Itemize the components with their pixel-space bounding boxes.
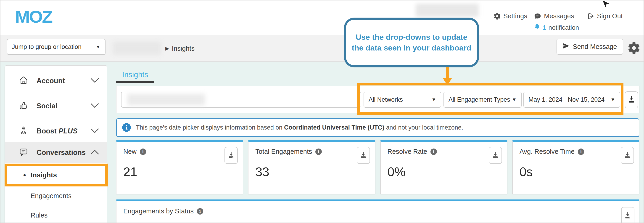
moz-logo[interactable]: MOZ: [15, 7, 52, 27]
settings-link[interactable]: Settings: [494, 12, 527, 20]
notification-count: 1: [542, 24, 546, 31]
sidebar-item-label: Social: [36, 102, 57, 110]
stat-value: 0%: [388, 164, 500, 179]
active-tab-underline: [116, 81, 154, 83]
download-icon: [624, 211, 632, 220]
sidebar-item-label: Insights: [30, 171, 57, 179]
notification-label: notification: [548, 24, 579, 31]
network-filter-value: All Networks: [368, 96, 403, 103]
send-message-button[interactable]: Send Message: [556, 38, 623, 54]
breadcrumb-arrow-icon: ▶: [165, 46, 169, 51]
info-icon[interactable]: i: [197, 208, 203, 214]
active-bullet-icon: ●: [23, 172, 26, 178]
moz-dashboard: MOZ Settings Messages Sign Out 1: [0, 0, 644, 223]
redacted-username: [416, 4, 479, 17]
stat-title: Resolve Rate i: [388, 148, 500, 155]
breadcrumb-current: Insights: [172, 45, 194, 52]
jump-to-group-select[interactable]: Jump to group or location ▼: [7, 39, 106, 55]
filters-panel: All Networks ▼ All Engagement Types ▼ Ma…: [116, 86, 640, 113]
redacted-filter-value: [128, 94, 205, 105]
sidebar-item-rules[interactable]: Rules: [5, 208, 107, 222]
sidebar-item-label: Rules: [30, 212, 48, 219]
home-icon: [19, 76, 28, 86]
chevron-down-icon: [90, 103, 99, 109]
sidebar-item-engagements[interactable]: Engagements: [5, 189, 107, 203]
page-settings-gear-icon[interactable]: [628, 42, 640, 55]
jump-to-group-label: Jump to group or location: [12, 44, 82, 50]
sidebar-item-insights[interactable]: ● Insights: [4, 164, 108, 186]
date-range-select[interactable]: May 1, 2024 - Nov 15, 2024 ▼: [524, 92, 620, 108]
download-button[interactable]: [625, 92, 638, 108]
stat-value: 33: [255, 164, 368, 179]
bell-icon: [534, 23, 540, 32]
stat-title: Total Engagements i: [255, 148, 368, 155]
sidebar-item-boost[interactable]: Boost PLUS: [5, 121, 107, 142]
info-icon: i: [122, 123, 131, 132]
engagement-type-filter-value: All Engagement Types: [448, 96, 510, 103]
download-button[interactable]: [621, 207, 634, 223]
download-icon: [492, 151, 499, 160]
messages-link[interactable]: Messages: [534, 12, 574, 20]
sidebar-item-label: Engagements: [30, 192, 72, 200]
engagement-type-filter-select[interactable]: All Engagement Types ▼: [444, 92, 522, 108]
notification-link[interactable]: 1 notification: [534, 23, 579, 32]
date-range-value: May 1, 2024 - Nov 15, 2024: [528, 96, 604, 103]
settings-label: Settings: [503, 12, 527, 20]
annotation-callout: Use the drop-downs to update the data se…: [344, 18, 479, 68]
stat-title: Avg. Resolve Time i: [520, 148, 632, 155]
annotation-arrow: [446, 67, 449, 78]
info-icon[interactable]: i: [430, 148, 437, 155]
gear-icon: [494, 13, 500, 20]
sign-out-label: Sign Out: [597, 12, 623, 20]
download-button[interactable]: [621, 147, 634, 164]
sign-out-icon: [587, 13, 594, 20]
stat-title-label: Avg. Resolve Time: [520, 148, 574, 155]
chevron-down-icon: ▼: [96, 44, 100, 50]
section-title: Engagements by Status i: [123, 208, 632, 215]
info-icon[interactable]: i: [140, 148, 146, 155]
chevron-down-icon: [90, 128, 99, 134]
sidebar-item-social[interactable]: Social: [5, 96, 107, 116]
stat-title: New i: [123, 148, 236, 155]
section-title-label: Engagements by Status: [123, 208, 194, 215]
download-button[interactable]: [357, 147, 370, 164]
chevron-down-icon: ▼: [432, 97, 436, 102]
sidebar-item-conversations[interactable]: Conversations: [5, 142, 107, 163]
sidebar-item-account[interactable]: Account: [5, 70, 107, 91]
sidebar-item-label: Conversations: [36, 148, 86, 157]
chat-bubble-icon: [19, 147, 28, 158]
stat-card-avg-resolve-time: Avg. Resolve Time i 0s: [512, 140, 640, 194]
download-button[interactable]: [489, 147, 502, 164]
download-icon: [228, 151, 234, 160]
utc-notice-text: This page's date picker displays informa…: [136, 124, 463, 131]
network-filter-select[interactable]: All Networks ▼: [364, 92, 441, 108]
stat-title-label: Resolve Rate: [388, 148, 427, 155]
sidebar-item-label: Account: [36, 77, 65, 85]
sign-out-link[interactable]: Sign Out: [587, 12, 623, 20]
stat-card-new: New i 21: [116, 140, 243, 194]
send-message-label: Send Message: [573, 43, 617, 50]
stat-card-resolve-rate: Resolve Rate i 0%: [380, 140, 508, 194]
download-icon: [360, 151, 367, 160]
chevron-down-icon: ▼: [512, 97, 516, 102]
messages-label: Messages: [544, 12, 574, 20]
callout-line-2: the data seen in your dashboard: [352, 44, 471, 52]
chevron-down-icon: ▼: [610, 97, 615, 102]
download-icon: [628, 95, 635, 105]
redacted-location-name: [113, 42, 161, 55]
stat-title-label: New: [123, 148, 136, 155]
info-icon[interactable]: i: [316, 148, 322, 155]
stats-row: New i 21 Total Engagements i 33: [116, 140, 640, 194]
location-filter-select[interactable]: [121, 92, 361, 108]
info-icon[interactable]: i: [578, 148, 584, 155]
callout-line-1: Use the drop-downs to update: [356, 33, 467, 42]
sidebar: Account Social Boost PLUS: [4, 65, 107, 223]
thumbs-up-icon: [19, 101, 28, 111]
download-icon: [624, 151, 631, 160]
toolbar: Jump to group or location ▼ ▶ Insights S…: [0, 35, 644, 62]
tab-insights[interactable]: Insights: [122, 70, 148, 79]
stat-title-label: Total Engagements: [255, 148, 312, 155]
sidebar-item-label: Boost PLUS: [36, 127, 78, 135]
download-button[interactable]: [224, 147, 238, 164]
chevron-down-icon: [90, 78, 99, 84]
